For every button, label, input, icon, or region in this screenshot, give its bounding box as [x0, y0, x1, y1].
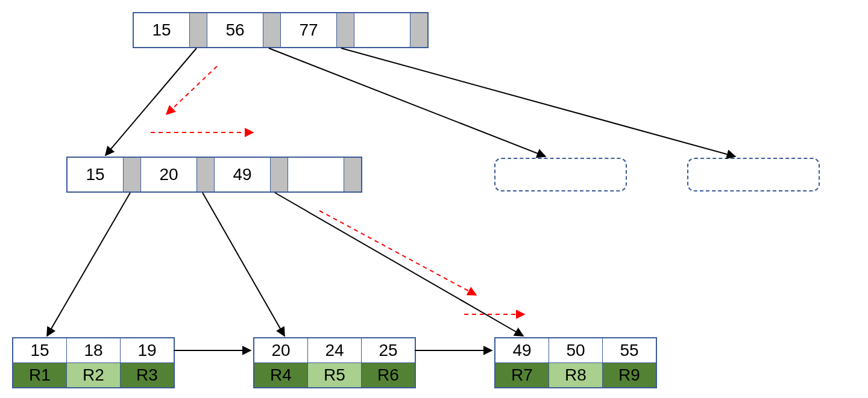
- child-ptr-3: [344, 158, 361, 191]
- leaf1-rec-2: R6: [362, 363, 415, 387]
- edge-root-to-ph3: [341, 48, 735, 157]
- leaf0-rec-2: R3: [121, 363, 174, 387]
- leaf2-rec-1: R8: [549, 363, 603, 387]
- leaf0-rec-0: R1: [13, 363, 67, 387]
- btree-child-node: 15 20 49: [66, 157, 362, 193]
- leaf2-rec-2: R9: [603, 363, 656, 387]
- leaf0-key-2: 19: [121, 338, 174, 363]
- leaf1-key-2: 25: [362, 338, 415, 363]
- edge-child-to-leaf0: [47, 193, 130, 336]
- leaf2-rec-0: R7: [495, 363, 549, 387]
- leaf1-key-0: 20: [254, 338, 308, 363]
- btree-leaf-1: 20 24 25 R4 R5 R6: [253, 337, 416, 388]
- child-key-empty: [288, 158, 344, 191]
- root-key-2: 77: [281, 13, 337, 47]
- leaf2-key-0: 49: [495, 338, 549, 363]
- trace-down-1: [166, 66, 217, 114]
- root-ptr-2: [337, 13, 354, 47]
- placeholder-child-2: [494, 158, 627, 191]
- leaf0-key-0: 15: [13, 338, 67, 363]
- root-key-1: 56: [207, 13, 263, 47]
- btree-leaf-2: 49 50 55 R7 R8 R9: [494, 337, 657, 388]
- leaf0-rec-1: R2: [67, 363, 121, 387]
- child-ptr-1: [197, 158, 215, 191]
- leaf2-key-1: 50: [549, 338, 603, 363]
- edge-root-to-child0: [105, 48, 197, 155]
- btree-root-node: 15 56 77: [133, 12, 429, 48]
- child-key-2: 49: [215, 158, 271, 191]
- leaf2-key-2: 55: [603, 338, 656, 363]
- child-ptr-0: [124, 158, 141, 191]
- leaf0-key-1: 18: [67, 338, 121, 363]
- child-ptr-2: [271, 158, 288, 191]
- placeholder-child-3: [687, 158, 820, 191]
- btree-leaf-0: 15 18 19 R1 R2 R3: [12, 337, 175, 388]
- root-key-0: 15: [134, 13, 190, 47]
- leaf1-key-1: 24: [308, 338, 362, 363]
- root-ptr-1: [263, 13, 281, 47]
- root-ptr-3: [410, 13, 427, 47]
- leaf1-rec-1: R5: [308, 363, 362, 387]
- edge-child-to-leaf2: [275, 193, 523, 336]
- root-ptr-0: [190, 13, 207, 47]
- root-key-empty: [354, 13, 410, 47]
- child-key-1: 20: [141, 158, 197, 191]
- leaf1-rec-0: R4: [254, 363, 308, 387]
- edge-child-to-leaf1: [203, 193, 285, 336]
- child-key-0: 15: [68, 158, 124, 191]
- trace-down-2: [319, 211, 476, 295]
- edge-root-to-ph2: [269, 48, 546, 157]
